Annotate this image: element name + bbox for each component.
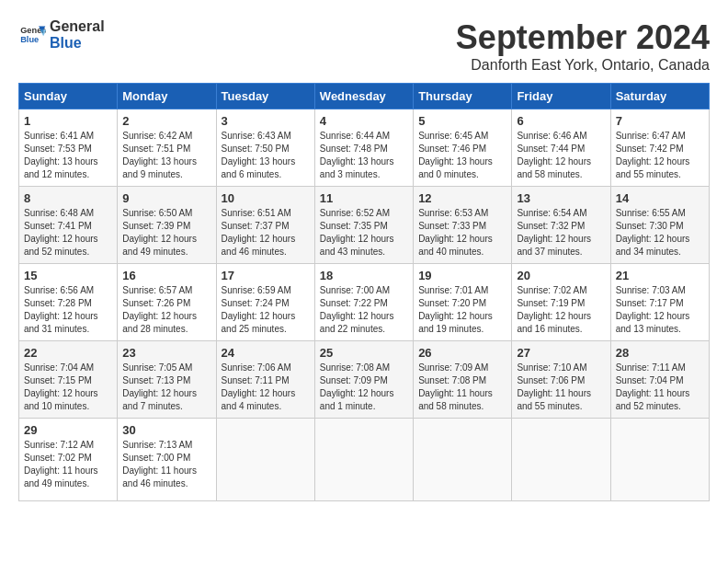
month-title: September 2024: [456, 18, 710, 57]
calendar-cell: 10 Sunrise: 6:51 AMSunset: 7:37 PMDaylig…: [216, 187, 314, 264]
week-row-2: 8 Sunrise: 6:48 AMSunset: 7:41 PMDayligh…: [19, 187, 710, 264]
day-info: Sunrise: 6:45 AMSunset: 7:46 PMDaylight:…: [418, 131, 493, 179]
calendar-cell: [314, 419, 413, 501]
day-info: Sunrise: 6:56 AMSunset: 7:28 PMDaylight:…: [24, 285, 98, 334]
week-row-1: 1 Sunrise: 6:41 AMSunset: 7:53 PMDayligh…: [19, 109, 710, 187]
calendar-cell: 24 Sunrise: 7:06 AMSunset: 7:11 PMDaylig…: [216, 341, 314, 419]
day-number: 4: [320, 114, 408, 128]
svg-text:Blue: Blue: [20, 36, 39, 45]
calendar-cell: 18 Sunrise: 7:00 AMSunset: 7:22 PMDaylig…: [314, 264, 413, 341]
calendar-cell: 22 Sunrise: 7:04 AMSunset: 7:15 PMDaylig…: [19, 341, 118, 419]
day-info: Sunrise: 6:46 AMSunset: 7:44 PMDaylight:…: [517, 131, 591, 179]
calendar-cell: 27 Sunrise: 7:10 AMSunset: 7:06 PMDaylig…: [512, 341, 610, 419]
calendar-cell: 16 Sunrise: 6:57 AMSunset: 7:26 PMDaylig…: [118, 264, 216, 341]
calendar-cell: 11 Sunrise: 6:52 AMSunset: 7:35 PMDaylig…: [314, 187, 413, 264]
day-number: 27: [517, 346, 605, 360]
day-number: 12: [418, 191, 506, 205]
day-number: 8: [24, 191, 112, 205]
day-number: 14: [616, 191, 704, 205]
day-number: 28: [616, 346, 704, 360]
day-number: 9: [122, 191, 210, 205]
day-number: 22: [24, 346, 112, 360]
calendar-cell: 3 Sunrise: 6:43 AMSunset: 7:50 PMDayligh…: [216, 109, 314, 187]
calendar-cell: 19 Sunrise: 7:01 AMSunset: 7:20 PMDaylig…: [414, 264, 512, 341]
day-info: Sunrise: 6:51 AMSunset: 7:37 PMDaylight:…: [222, 208, 296, 257]
calendar-cell: [216, 419, 314, 501]
calendar-cell: 6 Sunrise: 6:46 AMSunset: 7:44 PMDayligh…: [512, 109, 610, 187]
calendar-cell: 25 Sunrise: 7:08 AMSunset: 7:09 PMDaylig…: [314, 341, 413, 419]
day-number: 13: [517, 191, 605, 205]
day-info: Sunrise: 7:06 AMSunset: 7:11 PMDaylight:…: [222, 362, 296, 411]
logo-icon: General Blue: [18, 23, 46, 46]
day-number: 1: [24, 114, 112, 128]
day-number: 7: [616, 114, 704, 128]
calendar-cell: 9 Sunrise: 6:50 AMSunset: 7:39 PMDayligh…: [118, 187, 216, 264]
day-info: Sunrise: 7:13 AMSunset: 7:00 PMDaylight:…: [122, 440, 197, 488]
day-info: Sunrise: 6:47 AMSunset: 7:42 PMDaylight:…: [616, 131, 690, 179]
day-info: Sunrise: 6:42 AMSunset: 7:51 PMDaylight:…: [122, 131, 197, 179]
calendar-cell: 15 Sunrise: 6:56 AMSunset: 7:28 PMDaylig…: [19, 264, 118, 341]
day-info: Sunrise: 6:55 AMSunset: 7:30 PMDaylight:…: [616, 208, 690, 257]
day-info: Sunrise: 7:11 AMSunset: 7:04 PMDaylight:…: [616, 362, 690, 411]
page-header: General Blue General Blue September 2024…: [18, 18, 710, 74]
calendar-cell: 12 Sunrise: 6:53 AMSunset: 7:33 PMDaylig…: [414, 187, 512, 264]
day-info: Sunrise: 7:04 AMSunset: 7:15 PMDaylight:…: [24, 362, 98, 411]
day-number: 16: [122, 269, 210, 282]
day-number: 30: [122, 423, 210, 437]
day-info: Sunrise: 6:54 AMSunset: 7:32 PMDaylight:…: [517, 208, 591, 257]
day-info: Sunrise: 6:53 AMSunset: 7:33 PMDaylight:…: [418, 208, 493, 257]
calendar-table: SundayMondayTuesdayWednesdayThursdayFrid…: [18, 83, 710, 501]
day-info: Sunrise: 7:00 AMSunset: 7:22 PMDaylight:…: [320, 285, 394, 334]
calendar-cell: 14 Sunrise: 6:55 AMSunset: 7:30 PMDaylig…: [610, 187, 709, 264]
day-info: Sunrise: 7:03 AMSunset: 7:17 PMDaylight:…: [616, 285, 690, 334]
day-info: Sunrise: 6:43 AMSunset: 7:50 PMDaylight:…: [222, 131, 296, 179]
week-row-4: 22 Sunrise: 7:04 AMSunset: 7:15 PMDaylig…: [19, 341, 710, 419]
day-info: Sunrise: 6:50 AMSunset: 7:39 PMDaylight:…: [122, 208, 197, 257]
calendar-cell: [512, 419, 610, 501]
day-info: Sunrise: 6:44 AMSunset: 7:48 PMDaylight:…: [320, 131, 394, 179]
day-number: 21: [616, 269, 704, 282]
col-header-saturday: Saturday: [610, 84, 709, 109]
day-number: 3: [222, 114, 310, 128]
title-block: September 2024 Danforth East York, Ontar…: [456, 18, 710, 74]
day-number: 25: [320, 346, 408, 360]
calendar-cell: 7 Sunrise: 6:47 AMSunset: 7:42 PMDayligh…: [610, 109, 709, 187]
day-info: Sunrise: 6:57 AMSunset: 7:26 PMDaylight:…: [122, 285, 197, 334]
calendar-cell: 4 Sunrise: 6:44 AMSunset: 7:48 PMDayligh…: [314, 109, 413, 187]
day-number: 20: [517, 269, 605, 282]
calendar-cell: 2 Sunrise: 6:42 AMSunset: 7:51 PMDayligh…: [118, 109, 216, 187]
day-number: 29: [24, 423, 112, 437]
col-header-monday: Monday: [118, 84, 216, 109]
day-number: 5: [418, 114, 506, 128]
day-info: Sunrise: 7:01 AMSunset: 7:20 PMDaylight:…: [418, 285, 493, 334]
col-header-friday: Friday: [512, 84, 610, 109]
day-info: Sunrise: 6:41 AMSunset: 7:53 PMDaylight:…: [24, 131, 98, 179]
logo-blue-text: Blue: [50, 35, 105, 52]
week-row-5: 29 Sunrise: 7:12 AMSunset: 7:02 PMDaylig…: [19, 419, 710, 501]
week-row-3: 15 Sunrise: 6:56 AMSunset: 7:28 PMDaylig…: [19, 264, 710, 341]
calendar-cell: 5 Sunrise: 6:45 AMSunset: 7:46 PMDayligh…: [414, 109, 512, 187]
day-number: 2: [122, 114, 210, 128]
day-number: 26: [418, 346, 506, 360]
col-header-wednesday: Wednesday: [314, 84, 413, 109]
calendar-cell: 29 Sunrise: 7:12 AMSunset: 7:02 PMDaylig…: [19, 419, 118, 501]
day-info: Sunrise: 7:02 AMSunset: 7:19 PMDaylight:…: [517, 285, 591, 334]
calendar-cell: 21 Sunrise: 7:03 AMSunset: 7:17 PMDaylig…: [610, 264, 709, 341]
calendar-cell: 23 Sunrise: 7:05 AMSunset: 7:13 PMDaylig…: [118, 341, 216, 419]
col-header-tuesday: Tuesday: [216, 84, 314, 109]
day-info: Sunrise: 6:48 AMSunset: 7:41 PMDaylight:…: [24, 208, 98, 257]
day-number: 17: [222, 269, 310, 282]
calendar-cell: 17 Sunrise: 6:59 AMSunset: 7:24 PMDaylig…: [216, 264, 314, 341]
calendar-cell: 13 Sunrise: 6:54 AMSunset: 7:32 PMDaylig…: [512, 187, 610, 264]
logo-general-text: General: [50, 18, 105, 35]
calendar-cell: 30 Sunrise: 7:13 AMSunset: 7:00 PMDaylig…: [118, 419, 216, 501]
location-title: Danforth East York, Ontario, Canada: [456, 57, 710, 74]
day-number: 18: [320, 269, 408, 282]
calendar-cell: [414, 419, 512, 501]
calendar-cell: [610, 419, 709, 501]
day-info: Sunrise: 7:09 AMSunset: 7:08 PMDaylight:…: [418, 362, 493, 411]
day-info: Sunrise: 6:52 AMSunset: 7:35 PMDaylight:…: [320, 208, 394, 257]
calendar-cell: 8 Sunrise: 6:48 AMSunset: 7:41 PMDayligh…: [19, 187, 118, 264]
day-info: Sunrise: 7:12 AMSunset: 7:02 PMDaylight:…: [24, 440, 98, 488]
day-info: Sunrise: 7:10 AMSunset: 7:06 PMDaylight:…: [517, 362, 591, 411]
